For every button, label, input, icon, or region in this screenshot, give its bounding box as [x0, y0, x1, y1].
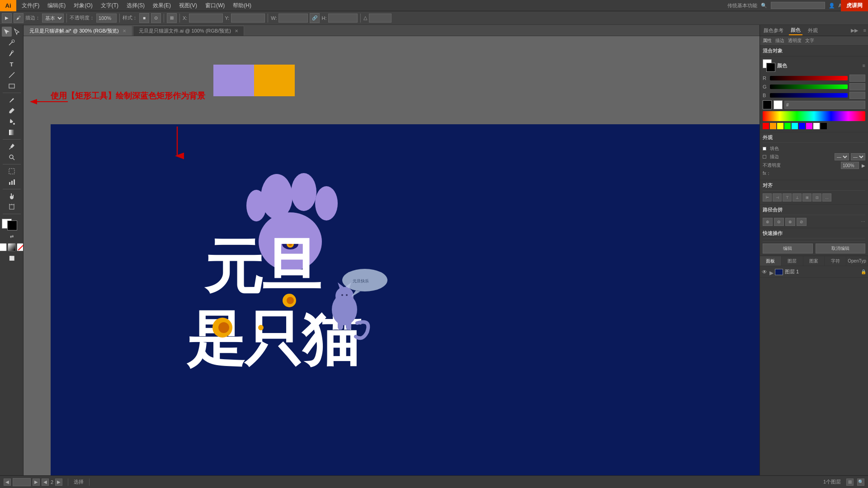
canvas-tab-1[interactable]: 元旦是只猫讲解.ai* @ 300% (RGB/预览) ✕: [24, 26, 132, 36]
cancel-edit-btn[interactable]: 取消编辑: [816, 244, 866, 253]
panel-tab-color-ref[interactable]: 颜色参考: [762, 26, 785, 35]
align-btn[interactable]: ⊞: [167, 13, 177, 23]
align-right-btn[interactable]: ⊤: [783, 193, 792, 202]
layers-tab-panel[interactable]: 面板: [760, 256, 782, 266]
menu-text[interactable]: 文字(T): [97, 1, 122, 10]
layers-tab-layers[interactable]: 图层: [782, 256, 803, 266]
color-spectrum[interactable]: [763, 111, 865, 121]
artboard-tool[interactable]: [2, 202, 22, 212]
r-input[interactable]: [849, 75, 865, 82]
b-input[interactable]: [849, 92, 865, 99]
gradient-tool[interactable]: [2, 127, 22, 137]
swatch-yellow[interactable]: [777, 123, 783, 129]
h-input[interactable]: 306.585: [328, 14, 358, 23]
canvas-tab-1-close[interactable]: ✕: [123, 28, 126, 33]
opacity-input[interactable]: [96, 14, 117, 23]
gradient-color-btn[interactable]: [8, 243, 16, 251]
hex-input[interactable]: [784, 101, 865, 109]
angle-input[interactable]: 163.7°: [369, 14, 392, 23]
stroke-dropdown[interactable]: —: [835, 153, 849, 160]
layer-1-lock[interactable]: 🔒: [861, 269, 866, 274]
prev-page-btn[interactable]: ◀: [42, 479, 49, 486]
w-input[interactable]: 477.333: [278, 14, 308, 23]
zoom-input[interactable]: 300%: [13, 478, 31, 486]
menu-view[interactable]: 视图(V): [175, 1, 201, 10]
layers-tab-char[interactable]: 字符: [825, 256, 846, 266]
swatch-green[interactable]: [784, 123, 791, 129]
link-btn[interactable]: 🔗: [310, 13, 320, 23]
layer-1-visibility[interactable]: 👁: [762, 269, 768, 275]
stroke-preview[interactable]: [766, 63, 775, 72]
minus-front-btn[interactable]: ⊖: [774, 218, 784, 226]
g-input[interactable]: [849, 83, 865, 90]
panel-expand-btn[interactable]: ▶▶: [851, 28, 858, 33]
layers-tab-pattern[interactable]: 图案: [803, 256, 825, 266]
swatch-blue[interactable]: [799, 123, 805, 129]
menu-file[interactable]: 文件(F): [18, 1, 43, 10]
change-screen-btn[interactable]: ⬜: [2, 253, 22, 263]
stroke-select[interactable]: 基本: [42, 14, 64, 23]
y-input[interactable]: 1757.063: [231, 14, 265, 23]
edit-btn[interactable]: 编辑: [763, 244, 813, 253]
zoom-out-btn[interactable]: ◀: [4, 479, 11, 486]
panel-tab-appearance[interactable]: 外观: [806, 26, 820, 35]
hand-tool[interactable]: [2, 191, 22, 201]
shape-tool[interactable]: [2, 81, 22, 91]
opacity-arrow[interactable]: ▶: [862, 163, 865, 168]
panel-options-btn[interactable]: ≡: [863, 28, 866, 33]
solid-color-btn[interactable]: [0, 243, 7, 251]
canvas-tab-2-close[interactable]: ✕: [235, 28, 238, 33]
stroke-color[interactable]: [7, 221, 17, 230]
x-input[interactable]: 1376.349: [189, 14, 223, 23]
panel-tab-color[interactable]: 颜色: [789, 26, 802, 35]
pen-tool[interactable]: [2, 48, 22, 58]
layer-1-row[interactable]: 👁 ▶ 图层 1 🔒: [760, 266, 868, 278]
canvas-tab-2[interactable]: 元旦是只猫源文件.ai @ 100% (RGB/预览) ✕: [133, 26, 244, 36]
color-panel-options[interactable]: ≡: [863, 63, 865, 68]
swatch-cyan[interactable]: [792, 123, 798, 129]
intersect-btn[interactable]: ⊗: [785, 218, 795, 226]
swatch-red[interactable]: [763, 123, 769, 129]
search-input[interactable]: [771, 2, 825, 9]
align-left-btn[interactable]: ⊢: [763, 193, 772, 202]
opacity-input-ap[interactable]: [841, 162, 859, 169]
selection-tool[interactable]: [2, 27, 12, 37]
align-more-btn[interactable]: …: [822, 193, 831, 202]
unite-btn[interactable]: ⊕: [763, 218, 773, 226]
stroke-style-dropdown[interactable]: —: [851, 153, 865, 160]
menu-effect[interactable]: 效果(E): [149, 1, 175, 10]
align-bottom-btn[interactable]: ⊡: [812, 193, 821, 202]
pencil-tool[interactable]: [2, 106, 22, 116]
paint-bucket[interactable]: [2, 117, 22, 127]
align-top-btn[interactable]: ⊥: [793, 193, 802, 202]
fit-page-btn[interactable]: ⊞: [846, 479, 854, 486]
transform-tool[interactable]: [2, 166, 22, 176]
graph-tool[interactable]: [2, 177, 22, 187]
swatch-black[interactable]: [821, 123, 827, 129]
swatch-white[interactable]: [813, 123, 820, 129]
layers-tab-opentype[interactable]: OpenTyp: [846, 256, 868, 266]
paint-btn[interactable]: 🖌: [14, 13, 24, 23]
search-page-btn[interactable]: 🔍: [857, 479, 864, 486]
swatch-magenta[interactable]: [806, 123, 812, 129]
text-tool[interactable]: T: [2, 59, 22, 69]
zoom-in-btn[interactable]: ▶: [33, 479, 40, 486]
brush-tool[interactable]: [2, 95, 22, 105]
swap-colors-btn[interactable]: ⇄: [2, 231, 22, 241]
menu-select[interactable]: 选择(S): [123, 1, 148, 10]
eyedropper-tool[interactable]: [2, 141, 22, 151]
menu-window[interactable]: 窗口(W): [202, 1, 228, 10]
selection-tool-btn[interactable]: ▶: [2, 13, 12, 23]
next-page-btn[interactable]: ▶: [55, 479, 62, 486]
menu-help[interactable]: 帮助(H): [229, 1, 255, 10]
menu-edit[interactable]: 编辑(E): [44, 1, 69, 10]
zoom-tool[interactable]: [2, 152, 22, 162]
shape-more-btn[interactable]: …: [861, 218, 865, 226]
style-options-btn[interactable]: ⊙: [151, 13, 161, 23]
swatch-orange[interactable]: [770, 123, 776, 129]
no-color-btn[interactable]: [17, 243, 24, 251]
menu-object[interactable]: 对象(O): [70, 1, 96, 10]
style-btn[interactable]: ■: [139, 13, 149, 23]
user-icon[interactable]: 👤: [829, 3, 835, 9]
align-center-v-btn[interactable]: ⊞: [802, 193, 811, 202]
